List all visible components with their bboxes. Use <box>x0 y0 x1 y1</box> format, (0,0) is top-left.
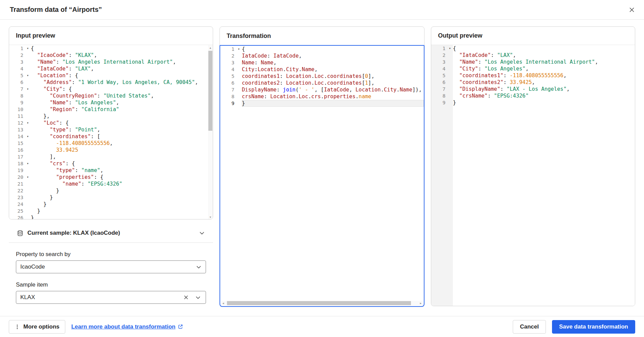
code-text: }, <box>31 113 213 120</box>
input-column: Input preview 1▾{2 "IcaoCode": "KLAX",3 … <box>9 26 213 304</box>
line-number: 3 <box>220 59 236 66</box>
line-number: 19 <box>9 167 25 174</box>
code-line: 9} <box>431 99 635 106</box>
fold-icon[interactable]: ▾ <box>25 120 31 126</box>
fold-icon[interactable]: ▾ <box>25 86 31 92</box>
dialog-body: Input preview 1▾{2 "IcaoCode": "KLAX",3 … <box>0 20 644 316</box>
fold-spacer <box>447 65 453 72</box>
output-preview-panel: Output preview 1▾{2 "IataCode": "LAX",3 … <box>431 26 635 306</box>
fold-spacer <box>25 214 31 219</box>
line-number: 14 <box>9 133 25 140</box>
scrollbar-thumb[interactable] <box>208 51 212 131</box>
fold-icon[interactable]: ▾ <box>447 45 453 52</box>
line-number: 9 <box>9 99 25 106</box>
sample-item-value: KLAX <box>20 294 183 301</box>
code-text: } <box>31 194 213 201</box>
fold-icon[interactable]: ▾ <box>25 72 31 79</box>
clear-icon[interactable] <box>183 294 189 300</box>
fold-spacer <box>236 86 242 93</box>
transformation-panel: Transformation 1▾{2IataCode: IataCode,3N… <box>220 26 424 306</box>
code-line: 11 }, <box>9 113 213 120</box>
more-options-button[interactable]: More options <box>9 320 65 334</box>
horizontal-scrollbar[interactable]: ◀ ▶ <box>221 301 423 306</box>
chevron-down-icon[interactable] <box>199 230 205 236</box>
scroll-up-arrow[interactable]: ▲ <box>208 45 213 50</box>
line-number: 5 <box>9 72 25 79</box>
line-number: 8 <box>431 92 447 99</box>
scroll-left-arrow[interactable]: ◀ <box>221 301 226 306</box>
fold-spacer <box>447 72 453 79</box>
code-line: 4 "IataCode": "LAX", <box>9 65 213 72</box>
line-number: 22 <box>9 187 25 194</box>
code-line: 19 "type": "name", <box>9 167 213 174</box>
code-line: 6 "Address": "1 World Way, Los Angeles, … <box>9 79 213 86</box>
dialog-header: Transform data of “Airports” <box>0 0 644 20</box>
property-to-search-select[interactable]: IcaoCode <box>16 260 206 273</box>
input-preview-panel: Input preview 1▾{2 "IcaoCode": "KLAX",3 … <box>9 26 213 219</box>
input-preview-title: Input preview <box>9 27 213 45</box>
property-select-value: IcaoCode <box>20 264 196 270</box>
code-line: 2 "IataCode": "LAX", <box>431 52 635 59</box>
input-preview-editor[interactable]: 1▾{2 "IcaoCode": "KLAX",3 "Name": "Los A… <box>9 45 213 219</box>
dialog-title: Transform data of “Airports” <box>10 6 102 14</box>
more-options-label: More options <box>23 323 60 330</box>
code-text: Name: Name, <box>242 59 424 66</box>
fold-spacer <box>25 187 31 194</box>
fold-icon[interactable]: ▾ <box>25 133 31 140</box>
save-data-transformation-button[interactable]: Save data transformation <box>552 320 635 334</box>
code-text: "coordinates2": 33.9425, <box>453 79 635 86</box>
code-line: 2 "IcaoCode": "KLAX", <box>9 52 213 59</box>
line-number: 5 <box>220 73 236 80</box>
fold-icon[interactable]: ▾ <box>25 160 31 167</box>
fold-spacer <box>236 73 242 80</box>
code-line: 10 "Region": "California" <box>9 106 213 113</box>
code-line: 21 "name": "EPSG:4326" <box>9 181 213 187</box>
fold-spacer <box>236 100 242 107</box>
code-text: coordinates2: Location.Loc.coordinates[1… <box>242 80 424 86</box>
code-line: 3 "Name": "Los Angeles International Air… <box>9 59 213 65</box>
line-number: 12 <box>9 120 25 126</box>
fold-spacer <box>25 153 31 160</box>
line-number: 4 <box>220 66 236 73</box>
scroll-right-arrow[interactable]: ▶ <box>418 301 423 306</box>
line-number: 20 <box>9 174 25 181</box>
fold-spacer <box>447 92 453 99</box>
fold-spacer <box>236 52 242 59</box>
code-line: 12▾ "Loc": { <box>9 120 213 126</box>
line-number: 2 <box>431 52 447 59</box>
scrollbar-thumb[interactable] <box>227 301 411 305</box>
current-sample-expander[interactable]: Current sample: KLAX (IcaoCode) <box>17 226 205 240</box>
close-button[interactable] <box>626 4 638 16</box>
code-text: City:Location.City.Name, <box>242 66 424 73</box>
fold-icon[interactable]: ▾ <box>236 46 242 52</box>
scroll-down-arrow[interactable]: ▼ <box>208 215 213 219</box>
line-number: 18 <box>9 160 25 167</box>
code-text: "IcaoCode": "KLAX", <box>31 52 213 59</box>
fold-icon[interactable]: ▾ <box>25 174 31 181</box>
line-number: 21 <box>9 181 25 187</box>
line-number: 7 <box>220 86 236 93</box>
cancel-button[interactable]: Cancel <box>513 320 546 334</box>
sample-item-combobox[interactable]: KLAX <box>16 291 206 304</box>
line-number: 6 <box>431 79 447 86</box>
chevron-down-icon[interactable] <box>194 294 202 301</box>
fold-icon[interactable]: ▾ <box>25 45 31 52</box>
code-text: "crs": { <box>31 160 213 167</box>
line-number: 5 <box>431 72 447 79</box>
vertical-scrollbar[interactable]: ▲▼ <box>208 45 213 219</box>
code-text: "Location": { <box>31 72 213 79</box>
code-text: "City": "Los Angeles", <box>453 65 635 72</box>
transformation-editor[interactable]: 1▾{2IataCode: IataCode,3Name: Name,4City… <box>220 45 424 307</box>
code-line: 4 "City": "Los Angeles", <box>431 65 635 72</box>
chevron-down-icon <box>196 264 202 270</box>
code-text: "Name": "Los Angeles", <box>31 99 213 106</box>
output-preview-editor[interactable]: 1▾{2 "IataCode": "LAX",3 "Name": "Los An… <box>431 45 635 306</box>
sample-item-label: Sample item <box>16 281 206 288</box>
code-text: ], <box>31 153 213 160</box>
code-text: "City": { <box>31 86 213 92</box>
code-line: 22 } <box>9 187 213 194</box>
code-line: 7DisplayName: join(' - ', [IataCode, Loc… <box>220 86 424 93</box>
code-line: 25 } <box>9 208 213 214</box>
learn-more-link[interactable]: Learn more about data transformation <box>71 323 183 330</box>
line-number: 1 <box>220 46 236 52</box>
